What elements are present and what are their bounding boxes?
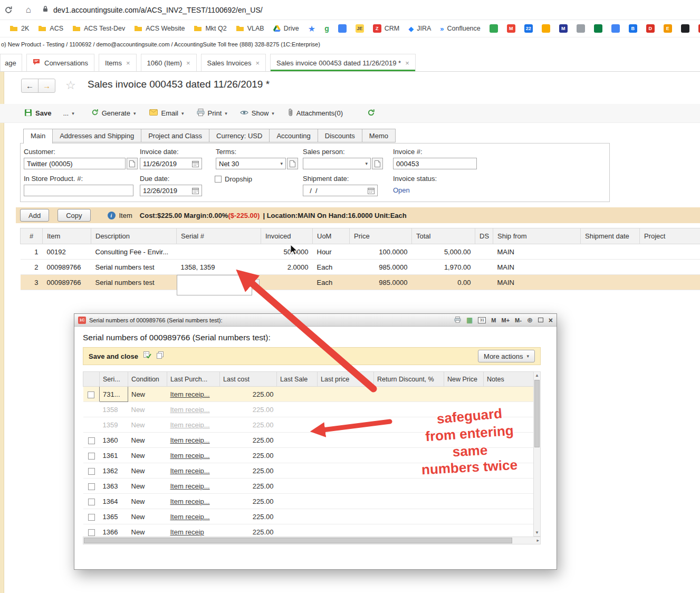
col-serial[interactable]: Serial # [177, 228, 261, 244]
refresh-button[interactable] [367, 109, 375, 118]
bookmark-favicon[interactable]: E [664, 24, 672, 33]
serial-row[interactable]: 1364 New Item receip... 225.00 [83, 494, 534, 509]
col-project[interactable]: Project [640, 228, 700, 244]
home-icon[interactable]: ⌂ [22, 4, 35, 16]
maximize-icon[interactable] [538, 318, 543, 322]
bookmark-favicon[interactable]: D [646, 24, 655, 33]
calendar-icon[interactable]: 31 [478, 317, 486, 323]
bookmark-folder[interactable]: ACS [38, 25, 63, 32]
bookmark-drive[interactable]: Drive [273, 25, 299, 32]
row-checkbox[interactable] [88, 499, 95, 505]
forward-button[interactable]: → [38, 79, 55, 93]
bookmark-folder[interactable]: Mkt Q2 [194, 25, 226, 32]
calendar-icon[interactable] [368, 187, 375, 194]
reload-icon[interactable] [2, 4, 15, 16]
invoice-number-field[interactable]: 000453 [393, 158, 477, 169]
tab-conversations[interactable]: Conversations [26, 54, 94, 71]
close-icon[interactable]: × [126, 59, 130, 67]
sales-person-open-button[interactable] [372, 158, 383, 169]
col-description[interactable]: Description [91, 228, 177, 244]
bookmark-confluence[interactable]: »Confluence [440, 25, 480, 33]
due-date-field[interactable]: 12/26/2019 [140, 185, 202, 196]
col-condition[interactable]: Condition [128, 372, 167, 387]
in-store-product-field[interactable] [24, 185, 133, 196]
terms-field[interactable]: Net 30▾ [216, 158, 286, 169]
scroll-right-icon[interactable]: ▸ [536, 538, 539, 543]
tab-items[interactable]: Items× [99, 54, 136, 71]
row-checkbox[interactable] [88, 483, 95, 490]
serial-editor-handle[interactable] [253, 279, 260, 286]
close-icon[interactable]: × [405, 59, 409, 67]
col-ship-from[interactable]: Ship from [493, 228, 581, 244]
collapsed-side-panel[interactable] [0, 72, 4, 593]
bookmark-favicon[interactable] [542, 24, 550, 33]
scrollbar-thumb[interactable] [84, 538, 512, 543]
bookmark-jira[interactable]: ◆JIRA [408, 25, 431, 33]
col-select[interactable] [83, 372, 100, 387]
col-total[interactable]: Total [412, 228, 475, 244]
bookmark-crm[interactable]: ZCRM [373, 24, 399, 33]
item-row-1[interactable]: 1 00192 Consulting Fee - Envir... 50.000… [21, 244, 700, 260]
memory-plus-button[interactable]: M+ [501, 317, 510, 323]
dropship-checkbox[interactable] [215, 176, 222, 183]
tab-project-class[interactable]: Project and Class [141, 129, 209, 142]
col-shipment-date[interactable]: Shipment date [581, 228, 640, 244]
tab-sales-invoice-000453[interactable]: Sales invoice 000453 dated 11/26/2019 *× [270, 54, 416, 71]
bookmark-favicon[interactable] [681, 24, 689, 33]
row-checkbox[interactable] [88, 437, 95, 444]
add-row-button[interactable]: Add [20, 209, 49, 222]
item-receipt-link[interactable]: Item receip... [170, 513, 210, 521]
attachments-button[interactable]: Attachments(0) [288, 108, 343, 118]
horizontal-scrollbar[interactable]: ▸ [83, 537, 541, 544]
item-receipt-link[interactable]: Item receip... [170, 390, 210, 398]
bookmark-favicon[interactable]: M [559, 24, 568, 33]
bookmark-favicon[interactable] [577, 24, 585, 33]
generate-button[interactable]: Generate▾ [91, 109, 136, 118]
item-row-3-selected[interactable]: 3 000989766 Serial numbers test Each 985… [21, 275, 700, 290]
col-item[interactable]: Item [43, 228, 91, 244]
back-button[interactable]: ← [21, 79, 39, 93]
col-new-price[interactable]: New Price [444, 372, 484, 387]
col-serial[interactable]: Seri... [100, 372, 128, 387]
scrollbar-thumb[interactable] [534, 380, 540, 447]
item-receipt-link[interactable]: Item receip... [170, 467, 210, 475]
row-checkbox[interactable] [88, 453, 95, 460]
tab-1060-item[interactable]: 1060 (Item)× [141, 54, 197, 71]
post-check-icon[interactable] [143, 351, 151, 361]
tab-main[interactable]: Main [23, 129, 53, 144]
col-ds[interactable]: DS [475, 228, 493, 244]
bookmark-folder[interactable]: ACS Test-Dev [72, 25, 125, 32]
row-checkbox[interactable] [88, 529, 95, 536]
row-checkbox[interactable] [88, 391, 94, 398]
more-commands-button[interactable]: ...▾ [63, 109, 74, 117]
bookmark-favicon[interactable]: 22 [524, 24, 533, 33]
close-icon[interactable]: × [186, 59, 190, 67]
calendar-icon[interactable] [192, 160, 199, 167]
tab-addresses-shipping[interactable]: Addresses and Shipping [52, 129, 141, 142]
sales-person-field[interactable]: ▾ [303, 158, 371, 169]
col-price[interactable]: Price [350, 228, 412, 244]
memory-button[interactable]: M [491, 317, 496, 323]
serial-row-selected[interactable]: 731... New Item receip... 225.00 [83, 387, 534, 402]
serial-row[interactable]: 1363 New Item receip... 225.00 [83, 479, 534, 494]
col-last-sale[interactable]: Last Sale [277, 372, 318, 387]
tab-start-page[interactable]: age [0, 54, 22, 71]
scroll-up-icon[interactable]: ▲ [534, 373, 540, 378]
item-receipt-link[interactable]: Item receip... [170, 482, 210, 490]
customer-field[interactable]: Twitter (00005) [24, 158, 126, 169]
chevron-down-icon[interactable]: ▾ [365, 161, 368, 166]
col-num[interactable]: # [21, 228, 43, 244]
print-preview-icon[interactable] [454, 315, 461, 325]
chevron-down-icon[interactable]: ▾ [280, 161, 283, 166]
col-last-cost[interactable]: Last cost [220, 372, 277, 387]
shipment-date-field[interactable]: / / [303, 185, 378, 196]
col-last-purchase[interactable]: Last Purch... [167, 372, 220, 387]
bookmark-favicon[interactable] [338, 24, 347, 33]
row-checkbox[interactable] [88, 514, 95, 521]
favorite-star-icon[interactable]: ☆ [65, 79, 76, 92]
close-icon[interactable]: × [255, 59, 260, 67]
save-and-close-button[interactable]: Save and close [89, 352, 138, 360]
serial-row[interactable]: 1365 New Item receip... 225.00 [83, 509, 534, 524]
col-invoiced[interactable]: Invoiced [261, 228, 313, 244]
row-checkbox[interactable] [88, 468, 95, 475]
